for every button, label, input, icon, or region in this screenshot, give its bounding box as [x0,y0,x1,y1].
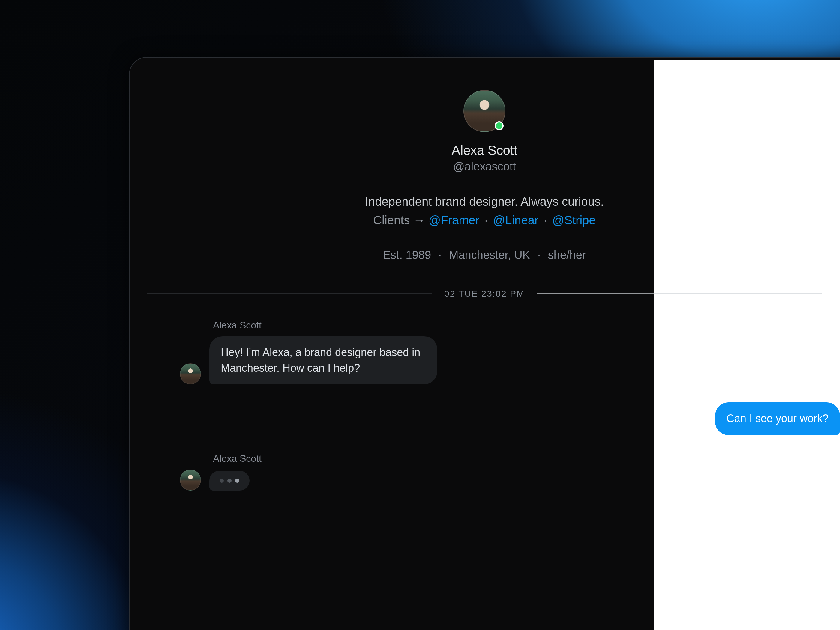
profile-meta: Est. 1989 · Manchester, UK · she/her [383,249,586,262]
divider-line-left [147,294,432,294]
message-group-typing: Alexa Scott [180,453,822,491]
message-bubble-incoming[interactable]: Hey! I'm Alexa, a brand designer based i… [209,336,437,384]
message-row: Can I see your work? [180,402,822,435]
message-row [180,469,822,491]
message-bubble-outgoing[interactable]: Can I see your work? [715,402,840,435]
meta-pronouns: she/her [548,249,586,261]
profile-handle[interactable]: @alexascott [453,160,516,173]
profile-bio: Independent brand designer. Always curio… [365,192,604,229]
chat-thread: Alexa Scott Hey! I'm Alexa, a brand desi… [129,320,840,491]
dot-separator: · [434,249,446,261]
message-row: Hey! I'm Alexa, a brand designer based i… [180,336,822,384]
bio-clients-prefix: Clients → [373,213,425,227]
presence-indicator-icon [495,121,504,130]
profile-display-name: Alexa Scott [452,143,517,158]
dot-separator: · [483,213,489,227]
message-sender-label: Alexa Scott [213,320,822,331]
profile-avatar[interactable] [464,90,505,132]
divider-line-right [537,294,822,294]
client-link-framer[interactable]: @Framer [429,213,480,227]
meta-location: Manchester, UK [449,249,530,261]
meta-est: Est. 1989 [383,249,431,261]
chat-screen: Alexa Scott @alexascott Independent bran… [129,57,840,630]
client-link-linear[interactable]: @Linear [493,213,539,227]
timestamp-divider: 02 TUE 23:02 PM [129,289,840,299]
message-avatar[interactable] [180,363,201,384]
bio-line-1: Independent brand designer. Always curio… [365,195,604,208]
dot-separator: · [542,213,549,227]
message-sender-label: Alexa Scott [213,453,822,464]
profile-header: Alexa Scott @alexascott Independent bran… [129,90,840,262]
divider-timestamp: 02 TUE 23:02 PM [444,289,525,299]
typing-indicator-icon [209,471,249,491]
message-avatar[interactable] [180,469,201,491]
dot-separator: · [534,249,545,261]
message-group-incoming: Alexa Scott Hey! I'm Alexa, a brand desi… [180,320,822,384]
message-group-outgoing: Can I see your work? [180,402,822,435]
client-link-stripe[interactable]: @Stripe [552,213,596,227]
